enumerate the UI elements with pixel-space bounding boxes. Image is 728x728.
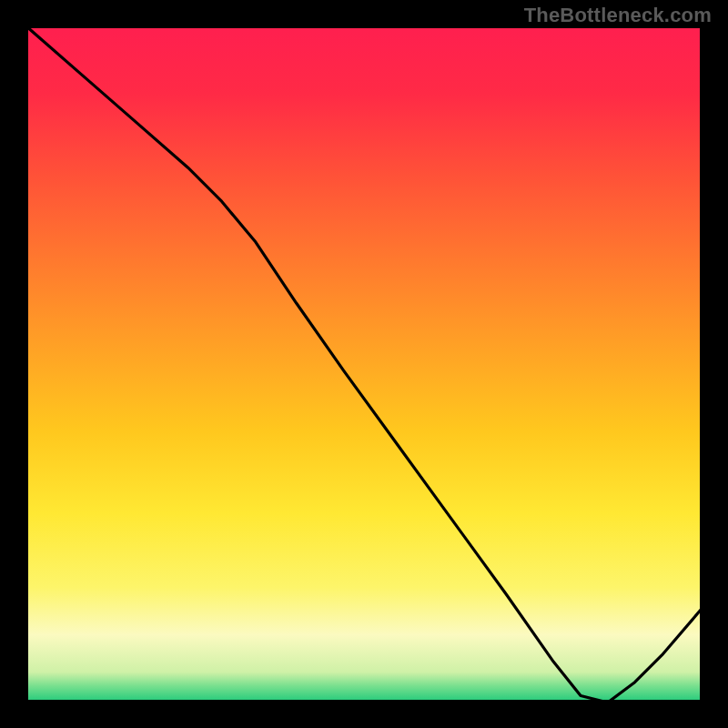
chart-stage: TheBottleneck.com bbox=[0, 0, 728, 728]
plot-frame bbox=[25, 25, 703, 703]
gradient-background bbox=[25, 25, 703, 703]
axis-border-top bbox=[25, 23, 703, 28]
axis-border-bottom bbox=[25, 700, 703, 705]
axis-border-right bbox=[700, 25, 705, 703]
chart-svg bbox=[25, 25, 703, 703]
axis-border-left bbox=[23, 25, 28, 703]
plot-area bbox=[25, 25, 703, 703]
